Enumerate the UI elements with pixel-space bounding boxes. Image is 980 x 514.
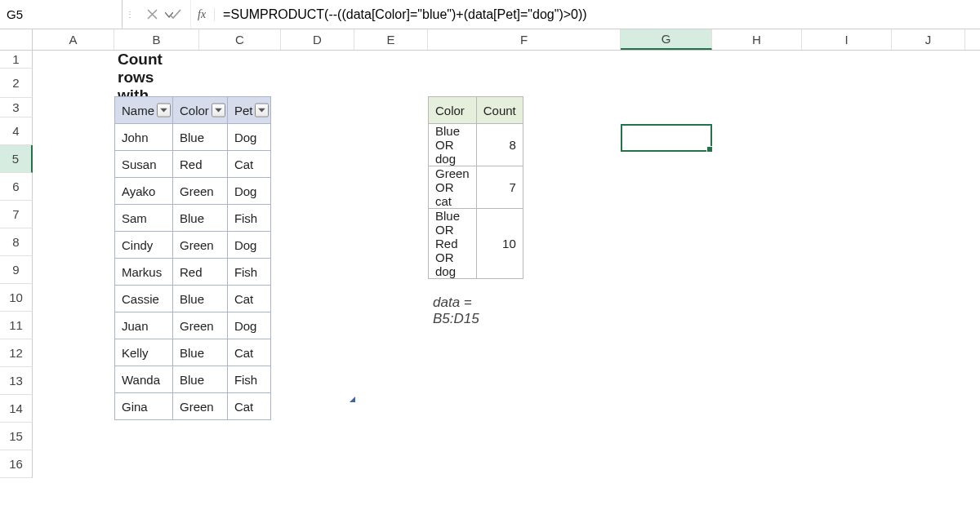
resize-grip-icon[interactable]: ⋮ bbox=[122, 10, 136, 19]
column-header-C[interactable]: C bbox=[199, 29, 281, 50]
column-header-G[interactable]: G bbox=[621, 29, 712, 50]
cell[interactable]: Cat bbox=[227, 393, 271, 420]
row-header-8[interactable]: 8 bbox=[0, 228, 33, 256]
cell[interactable]: Cindy bbox=[115, 232, 173, 259]
cell[interactable]: Blue bbox=[173, 339, 228, 366]
cell[interactable]: Cassie bbox=[115, 286, 173, 312]
table-row: SusanRedCat bbox=[115, 151, 271, 178]
row-header-10[interactable]: 10 bbox=[0, 284, 33, 312]
cell[interactable]: Blue bbox=[173, 366, 228, 393]
row-header-3[interactable]: 3 bbox=[0, 98, 33, 117]
cell[interactable]: Dog bbox=[227, 312, 271, 339]
results-col-color[interactable]: Color bbox=[429, 97, 477, 124]
cell[interactable]: Wanda bbox=[115, 366, 173, 393]
cell[interactable]: Ayako bbox=[115, 178, 173, 205]
enter-check-icon[interactable] bbox=[164, 4, 185, 25]
row-header-15[interactable]: 15 bbox=[0, 423, 33, 450]
table-row: AyakoGreenDog bbox=[115, 178, 271, 205]
cell[interactable]: Sam bbox=[115, 205, 173, 232]
select-all-corner[interactable] bbox=[0, 29, 33, 50]
data-col-name[interactable]: Name bbox=[115, 97, 173, 124]
filter-dropdown-icon[interactable] bbox=[212, 104, 225, 117]
col-label: Pet bbox=[234, 104, 253, 117]
cell[interactable]: Green bbox=[173, 232, 228, 259]
table-row: WandaBlueFish bbox=[115, 366, 271, 393]
column-header-E[interactable]: E bbox=[354, 29, 428, 50]
cell[interactable]: Dog bbox=[227, 124, 271, 151]
filter-dropdown-icon[interactable] bbox=[255, 104, 269, 117]
cell[interactable]: Red bbox=[173, 151, 228, 178]
data-col-pet[interactable]: Pet bbox=[227, 97, 271, 124]
cell[interactable]: Dog bbox=[227, 232, 271, 259]
data-col-color[interactable]: Color bbox=[173, 97, 228, 124]
col-label: Color bbox=[180, 104, 209, 117]
row-header-16[interactable]: 16 bbox=[0, 450, 33, 478]
data-table: NameColorPet JohnBlueDogSusanRedCatAyako… bbox=[114, 96, 271, 420]
table-row: CassieBlueCat bbox=[115, 286, 271, 312]
column-header-J[interactable]: J bbox=[892, 29, 965, 50]
row-header-7[interactable]: 7 bbox=[0, 201, 33, 228]
table-row: KellyBlueCat bbox=[115, 339, 271, 366]
criteria-cell[interactable]: Green OR cat bbox=[429, 166, 477, 209]
cell[interactable]: Gina bbox=[115, 393, 173, 420]
data-table-header-row: NameColorPet bbox=[115, 97, 271, 124]
col-label: Name bbox=[122, 104, 154, 117]
cell[interactable]: Blue bbox=[173, 205, 228, 232]
formula-bar: ⋮ fx bbox=[0, 0, 980, 29]
cell[interactable]: Red bbox=[173, 259, 228, 286]
cell[interactable]: Green bbox=[173, 393, 228, 420]
table-resize-handle-icon[interactable] bbox=[350, 397, 355, 402]
cell[interactable]: Blue bbox=[173, 124, 228, 151]
criteria-cell[interactable]: Blue OR dog bbox=[429, 124, 477, 166]
formula-input[interactable] bbox=[215, 7, 980, 22]
table-row: SamBlueFish bbox=[115, 205, 271, 232]
row-header-11[interactable]: 11 bbox=[0, 312, 33, 339]
cell[interactable]: Cat bbox=[227, 286, 271, 312]
row-header-12[interactable]: 12 bbox=[0, 339, 33, 367]
table-row: JuanGreenDog bbox=[115, 312, 271, 339]
cell[interactable]: Fish bbox=[227, 205, 271, 232]
column-header-A[interactable]: A bbox=[33, 29, 114, 50]
row-header-4[interactable]: 4 bbox=[0, 117, 33, 145]
row-header-9[interactable]: 9 bbox=[0, 256, 33, 284]
cell[interactable]: Susan bbox=[115, 151, 173, 178]
cell[interactable]: Fish bbox=[227, 259, 271, 286]
cell[interactable]: Kelly bbox=[115, 339, 173, 366]
row-header-14[interactable]: 14 bbox=[0, 395, 33, 423]
column-header-F[interactable]: F bbox=[428, 29, 621, 50]
results-col-count[interactable]: Count bbox=[476, 97, 523, 124]
table-row: GinaGreenCat bbox=[115, 393, 271, 420]
cell[interactable]: Juan bbox=[115, 312, 173, 339]
cell[interactable]: Green bbox=[173, 312, 228, 339]
cell[interactable]: Green bbox=[173, 178, 228, 205]
cell[interactable]: Cat bbox=[227, 151, 271, 178]
row-header-5[interactable]: 5 bbox=[0, 145, 33, 173]
column-header-I[interactable]: I bbox=[802, 29, 892, 50]
table-row: Blue OR dog8 bbox=[429, 124, 523, 166]
cell[interactable]: John bbox=[115, 124, 173, 151]
cancel-icon[interactable] bbox=[141, 4, 163, 25]
row-header-13[interactable]: 13 bbox=[0, 367, 33, 395]
table-row: Green OR cat7 bbox=[429, 166, 523, 209]
column-headers: ABCDEFGHIJ bbox=[0, 29, 980, 51]
row-header-1[interactable]: 1 bbox=[0, 51, 33, 69]
criteria-cell[interactable]: Blue OR Red OR dog bbox=[429, 209, 477, 279]
row-header-2[interactable]: 2 bbox=[0, 69, 33, 98]
table-row: Blue OR Red OR dog10 bbox=[429, 209, 523, 279]
cell[interactable]: Fish bbox=[227, 366, 271, 393]
count-cell[interactable]: 10 bbox=[476, 209, 523, 279]
cell[interactable]: Cat bbox=[227, 339, 271, 366]
filter-dropdown-icon[interactable] bbox=[157, 104, 171, 117]
count-cell[interactable]: 8 bbox=[476, 124, 523, 166]
cell[interactable]: Dog bbox=[227, 178, 271, 205]
row-header-6[interactable]: 6 bbox=[0, 173, 33, 201]
cell[interactable]: Blue bbox=[173, 286, 228, 312]
column-header-B[interactable]: B bbox=[114, 29, 199, 50]
count-cell[interactable]: 7 bbox=[476, 166, 523, 209]
table-row: CindyGreenDog bbox=[115, 232, 271, 259]
fx-icon[interactable]: fx bbox=[191, 8, 215, 21]
cell[interactable]: Markus bbox=[115, 259, 173, 286]
name-box-wrap bbox=[0, 0, 122, 29]
column-header-D[interactable]: D bbox=[281, 29, 354, 50]
column-header-H[interactable]: H bbox=[712, 29, 802, 50]
